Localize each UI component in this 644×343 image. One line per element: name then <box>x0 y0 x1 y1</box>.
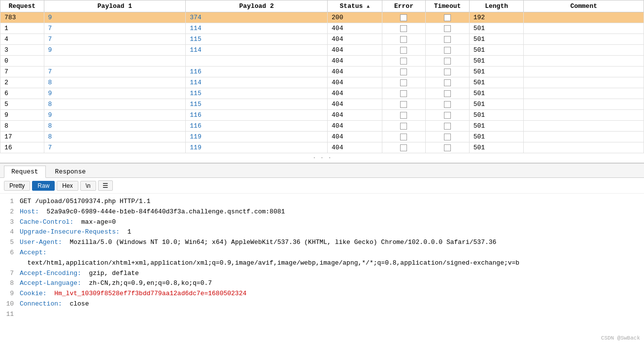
timeout-checkbox[interactable] <box>444 79 451 86</box>
table-cell[interactable] <box>382 34 426 45</box>
table-row[interactable]: 17114404501 <box>0 23 644 34</box>
table-row[interactable]: 77116404501 <box>0 67 644 77</box>
error-checkbox[interactable] <box>400 58 407 65</box>
error-checkbox[interactable] <box>400 90 407 97</box>
error-checkbox[interactable] <box>400 69 407 75</box>
table-row[interactable]: 99116404501 <box>0 110 644 121</box>
table-cell[interactable] <box>426 67 470 77</box>
table-cell: 501 <box>469 56 524 67</box>
table-row[interactable]: 0404501 <box>0 56 644 67</box>
table-row[interactable]: 7839374200192 <box>0 12 644 23</box>
table-row[interactable]: 47115404501 <box>0 34 644 45</box>
table-cell[interactable] <box>382 56 426 67</box>
col-header-error[interactable]: Error <box>382 0 426 12</box>
timeout-checkbox[interactable] <box>444 123 451 130</box>
table-row[interactable]: 69115404501 <box>0 88 644 99</box>
table-cell: 114 <box>186 77 328 88</box>
table-cell: 8 <box>44 121 186 132</box>
col-header-request[interactable]: Request <box>0 0 44 12</box>
table-cell[interactable] <box>426 132 470 142</box>
line-text: Connection: close <box>20 299 89 309</box>
table-cell[interactable] <box>426 34 470 45</box>
timeout-checkbox[interactable] <box>444 101 451 108</box>
timeout-checkbox[interactable] <box>444 134 451 140</box>
error-checkbox[interactable] <box>400 14 407 21</box>
error-checkbox[interactable] <box>400 123 407 130</box>
table-cell[interactable] <box>382 110 426 121</box>
code-line: 4Upgrade-Insecure-Requests: 1 <box>4 227 640 238</box>
col-header-length[interactable]: Length <box>469 0 524 12</box>
col-header-timeout[interactable]: Timeout <box>426 0 470 12</box>
table-cell[interactable] <box>426 23 470 34</box>
table-cell[interactable] <box>382 99 426 110</box>
table-cell[interactable] <box>382 12 426 23</box>
btn-raw[interactable]: Raw <box>32 181 55 191</box>
bottom-tabs-bar: Request Response <box>0 164 644 178</box>
timeout-checkbox[interactable] <box>444 90 451 97</box>
timeout-checkbox[interactable] <box>444 69 451 75</box>
timeout-checkbox[interactable] <box>444 25 451 32</box>
table-cell: 501 <box>469 88 524 99</box>
error-checkbox[interactable] <box>400 79 407 86</box>
table-row[interactable]: 88116404501 <box>0 121 644 132</box>
tab-request[interactable]: Request <box>4 166 46 178</box>
table-cell[interactable] <box>426 110 470 121</box>
error-checkbox[interactable] <box>400 101 407 108</box>
col-header-status[interactable]: Status ▲ <box>328 0 382 12</box>
timeout-checkbox[interactable] <box>444 144 451 151</box>
line-number: 4 <box>4 227 14 238</box>
table-cell[interactable] <box>426 12 470 23</box>
btn-hex[interactable]: Hex <box>57 181 78 191</box>
bottom-panel: Request Response Pretty Raw Hex \n ☰ 1GE… <box>0 164 644 323</box>
table-cell[interactable] <box>382 132 426 142</box>
table-row[interactable]: 28114404501 <box>0 77 644 88</box>
table-row[interactable]: 178119404501 <box>0 132 644 142</box>
table-cell[interactable] <box>382 23 426 34</box>
timeout-checkbox[interactable] <box>444 14 451 21</box>
table-cell: 192 <box>469 12 524 23</box>
col-header-payload1[interactable]: Payload 1 <box>44 0 186 12</box>
btn-newline[interactable]: \n <box>80 181 96 191</box>
table-cell[interactable] <box>426 121 470 132</box>
col-header-payload2[interactable]: Payload 2 <box>186 0 328 12</box>
table-cell: 7 <box>44 34 186 45</box>
table-cell <box>524 132 644 142</box>
error-checkbox[interactable] <box>400 134 407 140</box>
timeout-checkbox[interactable] <box>444 58 451 65</box>
col-header-comment[interactable]: Comment <box>524 0 644 12</box>
btn-pretty[interactable]: Pretty <box>4 181 30 191</box>
header-key: Connection: <box>20 300 62 308</box>
timeout-checkbox[interactable] <box>444 47 451 54</box>
error-checkbox[interactable] <box>400 25 407 32</box>
error-checkbox[interactable] <box>400 47 407 54</box>
table-cell[interactable] <box>382 45 426 56</box>
timeout-checkbox[interactable] <box>444 112 451 119</box>
header-key: Accept: <box>20 249 47 256</box>
error-checkbox[interactable] <box>400 112 407 119</box>
table-cell[interactable] <box>426 99 470 110</box>
table-cell: 5 <box>0 99 44 110</box>
tab-response[interactable]: Response <box>48 166 93 177</box>
table-cell[interactable] <box>426 56 470 67</box>
table-cell[interactable] <box>382 142 426 153</box>
table-cell[interactable] <box>426 88 470 99</box>
results-table: Request Payload 1 Payload 2 Status ▲ Err… <box>0 0 644 163</box>
table-cell[interactable] <box>426 142 470 153</box>
header-key: Cache-Control: <box>20 218 73 226</box>
table-cell[interactable] <box>382 67 426 77</box>
table-row[interactable]: 39114404501 <box>0 45 644 56</box>
table-row[interactable]: 58115404501 <box>0 99 644 110</box>
table-cell[interactable] <box>382 121 426 132</box>
error-checkbox[interactable] <box>400 144 407 151</box>
table-cell: 17 <box>0 132 44 142</box>
btn-menu[interactable]: ☰ <box>98 180 113 191</box>
table-cell[interactable] <box>426 45 470 56</box>
table-cell: 115 <box>186 34 328 45</box>
table-cell[interactable] <box>382 77 426 88</box>
error-checkbox[interactable] <box>400 36 407 43</box>
table-cell[interactable] <box>426 77 470 88</box>
timeout-checkbox[interactable] <box>444 36 451 43</box>
table-cell: 16 <box>0 142 44 153</box>
table-row[interactable]: 167119404501 <box>0 142 644 153</box>
table-cell[interactable] <box>382 88 426 99</box>
